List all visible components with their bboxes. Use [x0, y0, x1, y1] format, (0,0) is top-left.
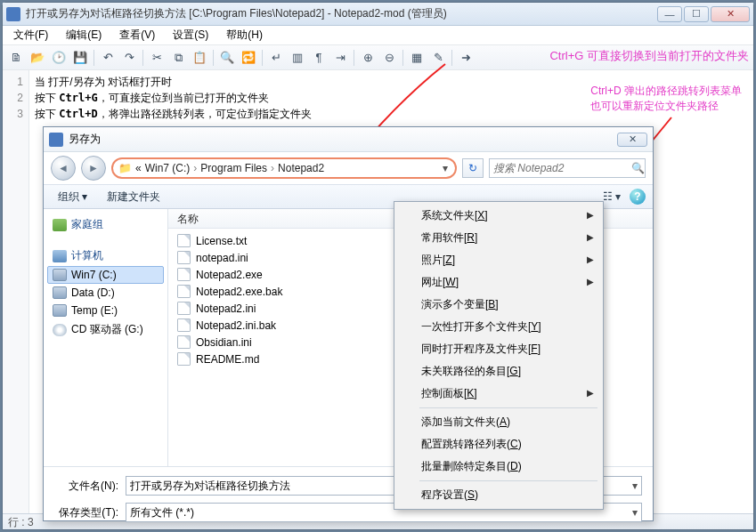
scheme-icon[interactable]: ▦: [407, 48, 427, 68]
submenu-arrow-icon: ▶: [587, 210, 594, 220]
breadcrumb-dropdown[interactable]: ▾: [441, 162, 450, 174]
cut-icon[interactable]: ✂: [147, 48, 167, 68]
annotation-ctrl-d: Ctrl+D 弹出的路径跳转列表菜单 也可以重新定位文件夹路径: [590, 84, 742, 114]
search-icon[interactable]: 🔍: [631, 162, 645, 174]
filename-label: 文件名(N):: [54, 479, 118, 494]
line-gutter: 1 2 3: [3, 70, 29, 513]
tree-computer[interactable]: 计算机: [47, 246, 164, 266]
exit-icon[interactable]: ➜: [456, 48, 476, 68]
back-button[interactable]: ◄: [51, 156, 76, 181]
file-icon: [177, 251, 191, 264]
menubar: 文件(F) 编辑(E) 查看(V) 设置(S) 帮助(H): [3, 26, 753, 45]
window-controls: — ☐ ✕: [657, 6, 750, 22]
custom-icon[interactable]: ✎: [428, 48, 448, 68]
app-icon: [6, 7, 20, 21]
drive-icon: [53, 269, 67, 281]
folder-icon: 📁: [118, 162, 132, 174]
line-num: 1: [3, 74, 23, 90]
indent-icon[interactable]: ⇥: [330, 48, 350, 68]
bc-segment[interactable]: Program Files: [200, 162, 267, 174]
dialog-title: 另存为: [69, 132, 617, 147]
menu-help[interactable]: 帮助(H): [219, 26, 270, 44]
computer-icon: [53, 250, 67, 262]
save-icon[interactable]: 💾: [70, 48, 90, 68]
filetype-label: 保存类型(T):: [54, 505, 118, 520]
window-title: 打开或另存为对话框路径切换方法 [C:\Program Files\Notepa…: [26, 6, 657, 21]
text-line: 当 打开/另存为 对话框打开时: [35, 76, 172, 88]
forward-button[interactable]: ►: [81, 156, 106, 181]
search-box[interactable]: 🔍: [489, 158, 646, 178]
search-input[interactable]: [493, 162, 628, 174]
zoomin-icon[interactable]: ⊕: [358, 48, 378, 68]
nav-row: ◄ ► 📁 « Win7 (C:)› Program Files› Notepa…: [44, 152, 653, 184]
menu-item[interactable]: 网址[W]▶: [396, 271, 601, 294]
menu-file[interactable]: 文件(F): [6, 26, 55, 44]
new-icon[interactable]: 🗎: [6, 48, 26, 68]
history-icon[interactable]: 🕑: [49, 48, 69, 68]
file-icon: [177, 335, 191, 349]
menu-settings[interactable]: 设置(S): [166, 26, 215, 44]
line-num: 3: [3, 106, 23, 122]
copy-icon[interactable]: ⧉: [168, 48, 188, 68]
menu-item[interactable]: 一次性打开多个文件夹[Y]: [396, 316, 601, 338]
paste-icon[interactable]: 📋: [190, 48, 209, 68]
menu-item[interactable]: 配置跳转路径列表(C): [396, 433, 601, 455]
minimize-button[interactable]: —: [657, 6, 682, 22]
replace-icon[interactable]: 🔁: [239, 48, 258, 68]
menu-item[interactable]: 演示多个变量[B]: [396, 294, 601, 316]
menu-item[interactable]: 未关联路径的条目[G]: [396, 360, 601, 383]
breadcrumb[interactable]: 📁 « Win7 (C:)› Program Files› Notepad2 ▾: [111, 157, 457, 179]
submenu-arrow-icon: ▶: [587, 254, 594, 264]
new-folder-button[interactable]: 新建文件夹: [100, 188, 167, 206]
menu-item[interactable]: 控制面板[K]▶: [396, 383, 601, 405]
menu-item[interactable]: 照片[Z]▶: [396, 249, 601, 271]
file-icon: [177, 302, 191, 315]
homegroup-icon: [53, 219, 67, 231]
tree-homegroup[interactable]: 家庭组: [47, 214, 164, 235]
refresh-button[interactable]: ↻: [462, 158, 484, 178]
guides-icon[interactable]: ▥: [288, 48, 307, 68]
file-name: Notepad2.exe.bak: [196, 286, 282, 298]
menu-item[interactable]: 程序设置(S): [396, 484, 601, 506]
menu-item[interactable]: 同时打开程序及文件夹[F]: [396, 338, 601, 360]
file-name: Notepad2.ini: [196, 302, 256, 315]
organize-menu[interactable]: 组织 ▾: [51, 188, 94, 206]
file-name: Notepad2.exe: [196, 269, 263, 281]
submenu-arrow-icon: ▶: [587, 232, 594, 242]
whitespace-icon[interactable]: ¶: [309, 48, 329, 68]
tree-drive-d[interactable]: Data (D:): [47, 284, 164, 302]
menu-edit[interactable]: 编辑(E): [59, 26, 109, 44]
tree-drive-e[interactable]: Temp (E:): [47, 302, 164, 319]
maximize-button[interactable]: ☐: [684, 6, 709, 22]
undo-icon[interactable]: ↶: [98, 48, 118, 68]
file-name: README.md: [196, 353, 259, 366]
nav-tree[interactable]: 家庭组 计算机 Win7 (C:) Data (D:) Temp (E:) CD…: [44, 209, 168, 466]
drive-icon: [53, 286, 67, 299]
file-name: Notepad2.ini.bak: [196, 319, 276, 332]
dialog-close-button[interactable]: ✕: [617, 133, 647, 147]
titlebar: 打开或另存为对话框路径切换方法 [C:\Program Files\Notepa…: [3, 3, 753, 26]
open-icon[interactable]: 📂: [28, 48, 47, 68]
close-button[interactable]: ✕: [711, 6, 750, 22]
bc-segment[interactable]: Win7 (C:): [145, 162, 191, 174]
menu-item[interactable]: 系统文件夹[X]▶: [396, 205, 601, 227]
menu-item[interactable]: 添加当前文件夹(A): [396, 411, 601, 433]
bc-segment[interactable]: Notepad2: [278, 162, 324, 174]
zoomout-icon[interactable]: ⊖: [379, 48, 399, 68]
menu-view[interactable]: 查看(V): [112, 26, 162, 44]
file-name: License.txt: [196, 235, 247, 247]
cd-icon: [53, 324, 67, 336]
tree-drive-cd[interactable]: CD 驱动器 (G:): [47, 319, 164, 340]
menu-item[interactable]: 批量删除特定条目(D): [396, 455, 601, 478]
dialog-icon: [49, 133, 63, 147]
line-num: 2: [3, 90, 23, 106]
find-icon[interactable]: 🔍: [217, 48, 237, 68]
redo-icon[interactable]: ↷: [119, 48, 139, 68]
tree-drive-c[interactable]: Win7 (C:): [47, 266, 164, 284]
path-jump-menu[interactable]: 系统文件夹[X]▶常用软件[R]▶照片[Z]▶网址[W]▶演示多个变量[B]一次…: [394, 201, 604, 510]
menu-item[interactable]: 常用软件[R]▶: [396, 227, 601, 249]
help-icon[interactable]: ?: [630, 189, 646, 205]
wordwrap-icon[interactable]: ↵: [266, 48, 286, 68]
file-icon: [177, 268, 191, 281]
annotation-ctrl-g: Ctrl+G 可直接切换到当前打开的文件夹: [549, 48, 749, 64]
